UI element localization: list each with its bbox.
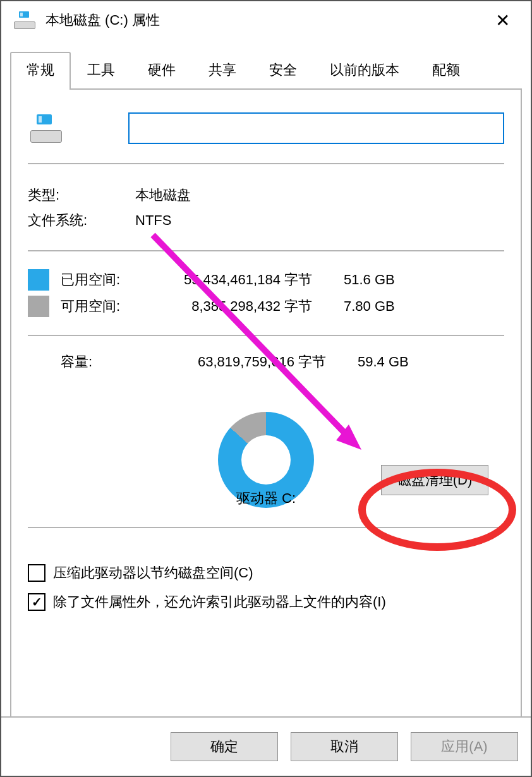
used-bytes: 55,434,461,184 字节 xyxy=(135,270,312,289)
type-value: 本地磁盘 xyxy=(135,186,191,205)
close-button[interactable]: ✕ xyxy=(487,10,518,31)
ok-button[interactable]: 确定 xyxy=(171,732,278,761)
properties-dialog: 本地磁盘 (C:) 属性 ✕ 常规 工具 硬件 共享 安全 以前的版本 配额 类… xyxy=(0,0,532,777)
tab-sharing[interactable]: 共享 xyxy=(192,52,253,88)
free-gb: 7.80 GB xyxy=(344,298,413,315)
index-label: 除了文件属性外，还允许索引此驱动器上文件的内容(I) xyxy=(53,593,386,611)
used-swatch xyxy=(28,269,49,291)
tab-tools[interactable]: 工具 xyxy=(71,52,131,88)
tab-general[interactable]: 常规 xyxy=(10,52,71,88)
index-checkbox[interactable] xyxy=(28,593,45,611)
tab-quota[interactable]: 配额 xyxy=(416,52,476,88)
drive-name-input[interactable] xyxy=(128,112,504,144)
capacity-bytes: 63,819,759,616 字节 xyxy=(168,352,326,371)
type-label: 类型: xyxy=(28,186,135,205)
tab-security[interactable]: 安全 xyxy=(253,52,313,88)
drive-letter-label: 驱动器 C: xyxy=(236,489,296,508)
dialog-footer: 确定 取消 应用(A) xyxy=(1,716,531,776)
meta-section: 类型: 本地磁盘 文件系统: NTFS xyxy=(28,164,504,251)
window-title: 本地磁盘 (C:) 属性 xyxy=(45,11,160,30)
tab-previous[interactable]: 以前的版本 xyxy=(313,52,416,88)
free-bytes: 8,385,298,432 字节 xyxy=(135,297,312,316)
filesystem-label: 文件系统: xyxy=(28,211,135,230)
tab-strip: 常规 工具 硬件 共享 安全 以前的版本 配额 xyxy=(10,52,522,90)
free-swatch xyxy=(28,296,49,317)
used-gb: 51.6 GB xyxy=(344,272,413,288)
drive-icon xyxy=(14,11,39,29)
apply-button[interactable]: 应用(A) xyxy=(411,732,518,761)
cancel-button[interactable]: 取消 xyxy=(291,732,398,761)
used-label: 已用空间: xyxy=(61,270,135,289)
titlebar: 本地磁盘 (C:) 属性 ✕ xyxy=(1,1,531,39)
free-label: 可用空间: xyxy=(61,297,135,316)
tab-hardware[interactable]: 硬件 xyxy=(131,52,192,88)
filesystem-value: NTFS xyxy=(135,212,171,229)
options-section: 压缩此驱动器以节约磁盘空间(C) 除了文件属性外，还允许索引此驱动器上文件的内容… xyxy=(28,528,504,611)
capacity-label: 容量: xyxy=(61,352,168,371)
drive-large-icon xyxy=(30,114,65,143)
space-section: 已用空间: 55,434,461,184 字节 51.6 GB 可用空间: 8,… xyxy=(28,251,504,336)
disk-cleanup-button[interactable]: 磁盘清理(D) xyxy=(381,465,488,495)
capacity-gb: 59.4 GB xyxy=(358,354,427,370)
capacity-section: 容量: 63,819,759,616 字节 59.4 GB 驱动器 C: 磁盘清… xyxy=(28,336,504,528)
general-panel: 类型: 本地磁盘 文件系统: NTFS 已用空间: 55,434,461,184… xyxy=(10,90,522,753)
compress-checkbox[interactable] xyxy=(28,564,45,582)
compress-label: 压缩此驱动器以节约磁盘空间(C) xyxy=(53,563,253,582)
